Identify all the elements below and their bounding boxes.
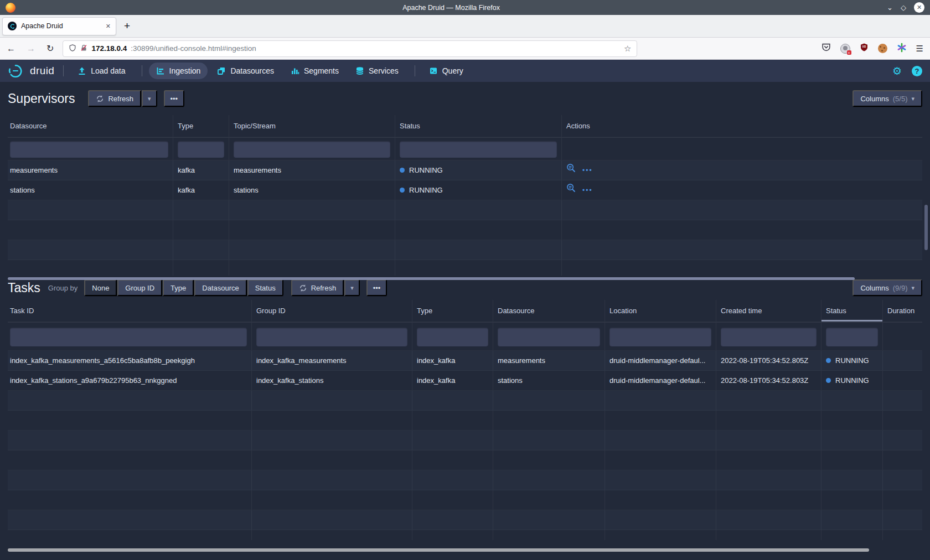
empty-row xyxy=(8,450,922,470)
cell-duration xyxy=(883,371,922,390)
nav-query[interactable]: Query xyxy=(422,63,471,79)
url-bar[interactable]: 172.18.0.4:30899/unified-console.html#in… xyxy=(63,40,637,57)
nav-load-data[interactable]: Load data xyxy=(70,63,132,79)
tasks-columns-button[interactable]: Columns (9/9) ▾ xyxy=(852,279,922,296)
load-data-icon xyxy=(78,66,86,75)
tracking-shield-icon[interactable] xyxy=(69,44,76,54)
filter-created-time-input[interactable] xyxy=(721,328,817,346)
column-header-task-id[interactable]: Task ID xyxy=(8,300,252,322)
cell-location: druid-middlemanager-defaul... xyxy=(605,371,716,390)
filter-datasource-input[interactable] xyxy=(10,141,168,158)
filter-location-input[interactable] xyxy=(609,328,711,346)
nav-ingestion[interactable]: Ingestion xyxy=(149,63,208,79)
window-maximize-icon[interactable]: ◇ xyxy=(901,4,906,11)
divider xyxy=(415,65,415,76)
insecure-lock-icon[interactable] xyxy=(80,44,87,54)
tab-title: Apache Druid xyxy=(21,22,101,30)
reload-icon[interactable]: ↻ xyxy=(46,43,54,54)
new-tab-button[interactable]: + xyxy=(124,20,130,32)
cookie-icon[interactable] xyxy=(878,44,887,53)
nav-services[interactable]: Services xyxy=(348,63,406,79)
supervisors-more-button[interactable]: ••• xyxy=(164,90,185,107)
empty-row xyxy=(8,411,922,431)
column-header-status[interactable]: Status xyxy=(395,115,562,137)
forward-icon[interactable]: → xyxy=(27,44,35,54)
divider xyxy=(63,65,64,76)
window-minimize-icon[interactable]: ⌄ xyxy=(887,4,893,11)
cell-type: index_kafka xyxy=(412,351,493,370)
column-header-group-id[interactable]: Group ID xyxy=(252,300,412,322)
cell-created-time: 2022-08-19T05:34:52.805Z xyxy=(716,351,822,370)
filter-datasource-input[interactable] xyxy=(498,328,600,346)
application-window: Apache Druid — Mozilla Firefox ⌄ ◇ ✕ Apa… xyxy=(0,0,930,560)
empty-row xyxy=(8,220,922,240)
column-header-duration[interactable]: Duration xyxy=(883,300,922,322)
group-by-type-button[interactable]: Type xyxy=(163,279,194,296)
more-icon: ••• xyxy=(373,284,381,292)
task-row[interactable]: index_kafka_measurements_a5616c5ba8afb8b… xyxy=(8,351,922,371)
nav-segments[interactable]: Segments xyxy=(283,63,346,79)
menu-hamburger-icon[interactable]: ☰ xyxy=(916,44,923,54)
container-asterisk-icon[interactable] xyxy=(897,43,907,55)
row-more-icon[interactable]: ••• xyxy=(582,160,593,180)
supervisor-row[interactable]: measurements kafka measurements RUNNING … xyxy=(8,160,922,180)
browser-tab[interactable]: Apache Druid ✕ xyxy=(2,17,116,35)
column-header-actions[interactable]: Actions xyxy=(562,115,922,137)
column-header-type[interactable]: Type xyxy=(173,115,229,137)
cell-task-id: index_kafka_stations_a9a679b22795b63_nnk… xyxy=(8,371,252,390)
filter-status-input[interactable] xyxy=(826,328,878,346)
supervisors-refresh-button[interactable]: Refresh xyxy=(88,90,141,107)
column-header-location[interactable]: Location xyxy=(605,300,716,322)
task-row[interactable]: index_kafka_stations_a9a679b22795b63_nnk… xyxy=(8,371,922,391)
tasks-more-button[interactable]: ••• xyxy=(366,279,388,296)
extension-icon[interactable]: x xyxy=(840,44,850,54)
supervisors-horizontal-scrollbar[interactable] xyxy=(8,277,855,280)
pocket-icon[interactable] xyxy=(822,43,831,54)
tasks-table: Task ID Group ID Type Datasource Locatio… xyxy=(8,300,922,540)
back-icon[interactable]: ← xyxy=(7,44,16,54)
column-header-created-time[interactable]: Created time xyxy=(716,300,822,322)
inspect-magnifier-icon[interactable] xyxy=(566,160,576,180)
nav-datasources[interactable]: Datasources xyxy=(210,63,281,79)
empty-row xyxy=(8,200,922,220)
column-header-status[interactable]: Status xyxy=(822,300,883,322)
column-header-datasource[interactable]: Datasource xyxy=(8,115,173,137)
druid-logo[interactable]: druid xyxy=(8,64,54,78)
supervisors-columns-button[interactable]: Columns (5/5) ▾ xyxy=(852,90,922,107)
group-by-group-id-button[interactable]: Group ID xyxy=(117,279,162,296)
inspect-magnifier-icon[interactable] xyxy=(566,180,576,200)
tasks-horizontal-scrollbar[interactable] xyxy=(8,548,869,552)
tab-close-icon[interactable]: ✕ xyxy=(106,23,111,30)
filter-group-id-input[interactable] xyxy=(256,328,407,346)
column-header-topic-stream[interactable]: Topic/Stream xyxy=(229,115,395,137)
bookmark-star-icon[interactable]: ☆ xyxy=(624,44,631,54)
help-icon[interactable]: ? xyxy=(912,66,922,76)
filter-type-input[interactable] xyxy=(417,328,488,346)
column-header-type[interactable]: Type xyxy=(412,300,493,322)
settings-gear-icon[interactable]: ⚙ xyxy=(892,66,902,76)
group-by-status-button[interactable]: Status xyxy=(247,279,283,296)
supervisors-refresh-dropdown-button[interactable]: ▾ xyxy=(142,90,157,107)
window-close-icon[interactable]: ✕ xyxy=(914,2,924,13)
filter-status-input[interactable] xyxy=(400,141,557,158)
svg-text:UO: UO xyxy=(862,45,866,48)
ublock-icon[interactable]: UO xyxy=(860,43,869,54)
cell-type: kafka xyxy=(173,160,229,180)
column-header-datasource[interactable]: Datasource xyxy=(493,300,605,322)
supervisor-row[interactable]: stations kafka stations RUNNING ••• xyxy=(8,180,922,200)
empty-row xyxy=(8,530,922,540)
group-by-datasource-button[interactable]: Datasource xyxy=(194,279,246,296)
tasks-refresh-dropdown-button[interactable]: ▾ xyxy=(344,279,360,296)
cell-status: RUNNING xyxy=(822,371,883,390)
filter-topic-stream-input[interactable] xyxy=(234,141,390,158)
supervisors-vertical-scrollbar[interactable] xyxy=(924,205,928,250)
group-by-none-button[interactable]: None xyxy=(84,279,117,296)
tasks-refresh-button[interactable]: Refresh xyxy=(291,279,344,296)
row-more-icon[interactable]: ••• xyxy=(582,180,593,200)
chevron-down-icon: ▾ xyxy=(911,95,914,102)
filter-task-id-input[interactable] xyxy=(10,328,247,346)
filter-type-input[interactable] xyxy=(178,141,224,158)
empty-row xyxy=(8,391,922,411)
window-titlebar: Apache Druid — Mozilla Firefox ⌄ ◇ ✕ xyxy=(0,0,930,15)
group-by-button-group: None Group ID Type Datasource Status xyxy=(84,279,283,296)
